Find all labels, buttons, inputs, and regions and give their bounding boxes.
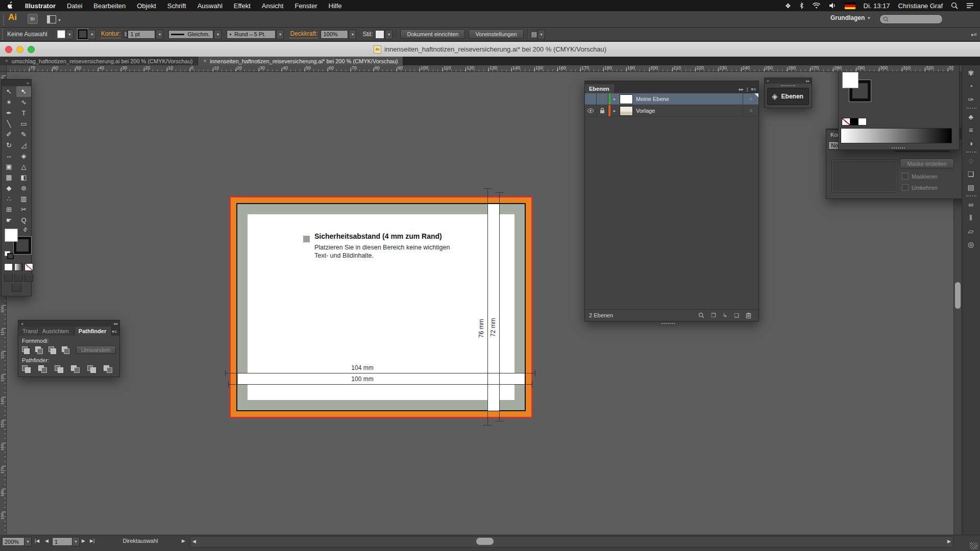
panel-drag-grip[interactable] xyxy=(662,323,675,324)
style-swatch[interactable] xyxy=(375,30,384,39)
opacity-slider-track[interactable] xyxy=(895,151,950,152)
layer-name[interactable]: Vorlage xyxy=(636,108,655,114)
stroke-weight-label[interactable]: Kontur: xyxy=(101,30,121,38)
tab-pathfinder[interactable]: Pathfinder xyxy=(75,327,112,336)
preferences-button[interactable]: Voreinstellungen xyxy=(469,30,523,39)
direct-selection-tool[interactable]: ↖ xyxy=(16,86,31,97)
tab-transformieren[interactable]: Transformie xyxy=(18,327,38,336)
tab-ebenen[interactable]: Ebenen xyxy=(585,84,615,93)
symbol-align-icon[interactable]: ▤ xyxy=(531,31,537,38)
first-artboard-button[interactable]: |◀ xyxy=(35,538,39,543)
layer-name[interactable]: Meine Ebene xyxy=(636,96,669,102)
slice-tool[interactable]: ✂ xyxy=(16,204,31,215)
window-resize-grip[interactable] xyxy=(970,542,978,549)
menu-bar-clock[interactable]: Di. 13:17 xyxy=(864,2,890,10)
last-artboard-button[interactable]: ▶| xyxy=(90,538,94,543)
lock-toggle[interactable] xyxy=(597,105,608,116)
symbol-align-dropdown[interactable]: ▾ xyxy=(537,30,545,39)
menu-effekt[interactable]: Effekt xyxy=(228,2,256,10)
collapse-panel-icon[interactable]: ◂◂ xyxy=(113,321,119,326)
stroke-weight-value[interactable]: 1 pt xyxy=(128,30,155,39)
intersect-icon[interactable] xyxy=(48,346,56,354)
layer-row-vorlage[interactable]: ▸ Vorlage ○ xyxy=(585,105,758,117)
symbol-sprayer-tool[interactable]: ∴ xyxy=(2,193,16,204)
clip-checkbox-row[interactable]: Maskieren xyxy=(902,173,938,180)
artboards-panel-icon[interactable]: ▱ xyxy=(962,224,979,238)
line-tool[interactable]: ╲ xyxy=(2,118,16,129)
graphic-styles-panel-icon[interactable]: ❏ xyxy=(962,167,979,181)
panel-drag-grip[interactable] xyxy=(892,147,905,148)
make-mask-button[interactable]: Maske erstellen xyxy=(900,159,954,168)
document-tab-active[interactable]: × innenseiten_haftnotizen_reiseversicher… xyxy=(198,57,403,65)
dropbox-icon[interactable]: ❖ xyxy=(785,2,791,10)
menu-datei[interactable]: Datei xyxy=(61,2,88,10)
draw-inside-button[interactable] xyxy=(24,274,33,282)
checkbox-icon[interactable] xyxy=(902,173,909,180)
tab-ausrichten[interactable]: Ausrichten xyxy=(38,327,75,336)
stroke-weight-dropdown[interactable]: ▾ xyxy=(156,30,163,39)
collapse-panel-icon[interactable]: ▸▸ xyxy=(739,87,744,92)
color-mode-button[interactable] xyxy=(4,263,13,271)
close-tab-icon[interactable]: × xyxy=(5,58,8,64)
scroll-right-arrow[interactable]: ▶ xyxy=(947,539,951,544)
fill-proxy[interactable] xyxy=(842,72,859,88)
close-panel-icon[interactable]: × xyxy=(765,79,769,83)
none-mode-button[interactable] xyxy=(24,263,33,271)
vertical-scrollbar-thumb[interactable] xyxy=(955,282,961,309)
toolbar-fill-swatch[interactable] xyxy=(5,229,18,242)
controlbar-panel-icon[interactable]: ▸≡ xyxy=(971,32,980,37)
wifi-icon[interactable] xyxy=(812,3,821,9)
style-dropdown[interactable]: ▾ xyxy=(385,30,393,39)
draw-behind-button[interactable] xyxy=(14,274,23,282)
width-profile-select[interactable]: Gleichm. xyxy=(168,30,213,39)
transparency-panel-icon[interactable]: ◑ xyxy=(962,137,979,150)
dock-group-grip[interactable] xyxy=(966,195,976,196)
dock-group-grip[interactable] xyxy=(966,152,976,153)
eyedropper-tool[interactable]: ◆ xyxy=(2,183,16,193)
menu-bar-user[interactable]: Christiane Graf xyxy=(898,2,943,10)
magic-wand-tool[interactable]: ✶ xyxy=(2,97,16,108)
panel-menu-icon[interactable]: ▾≡ xyxy=(112,329,117,334)
artboard-number-field[interactable]: 1 xyxy=(52,537,75,546)
brush-select[interactable]: • Rund – 5 Pt. xyxy=(227,30,276,39)
paintbrush-tool[interactable]: ✐ xyxy=(2,129,16,140)
swap-fill-stroke-icon[interactable]: ⇄ xyxy=(21,226,29,233)
zoom-tool[interactable]: Q xyxy=(16,215,31,226)
search-field[interactable] xyxy=(879,14,943,24)
bluetooth-icon[interactable] xyxy=(799,2,804,9)
ruler-origin-corner[interactable] xyxy=(0,65,7,72)
panel-menu-icon[interactable]: ▾≡ xyxy=(751,87,756,92)
draw-normal-button[interactable] xyxy=(4,274,13,282)
search-input[interactable] xyxy=(891,16,934,23)
stroke-panel-icon[interactable]: ≡ xyxy=(962,123,979,137)
opacity-dropdown[interactable]: ▾ xyxy=(349,30,356,39)
minus-back-icon[interactable] xyxy=(104,365,112,373)
stroke-dropdown[interactable]: ▾ xyxy=(88,30,96,39)
rotate-tool[interactable]: ↻ xyxy=(2,140,16,151)
layer-row-meine-ebene[interactable]: ▸ Meine Ebene ○ xyxy=(585,93,758,105)
menu-ansicht[interactable]: Ansicht xyxy=(256,2,289,10)
color-panel-icon[interactable]: ✾ xyxy=(962,66,979,80)
spotlight-icon[interactable] xyxy=(951,2,958,9)
expand-layer-icon[interactable]: ▸ xyxy=(610,96,619,102)
align-panel-icon[interactable]: ‖ xyxy=(962,211,979,224)
controlbar-grip[interactable] xyxy=(0,29,5,40)
none-swatch[interactable] xyxy=(842,118,850,126)
k-spectrum-ramp[interactable] xyxy=(841,128,952,143)
pen-tool[interactable]: ✒ xyxy=(2,108,16,118)
window-title-bar[interactable]: Ai innenseiten_haftnotizen_reiseversiche… xyxy=(0,41,980,57)
clipping-mask-icon[interactable]: ❐ xyxy=(711,312,716,319)
menu-objekt[interactable]: Objekt xyxy=(131,2,162,10)
lasso-tool[interactable]: ∿ xyxy=(16,97,31,108)
close-panel-icon[interactable]: × xyxy=(18,321,23,327)
perspective-grid-tool[interactable]: △ xyxy=(16,161,31,172)
zoom-level-field[interactable]: 200% xyxy=(2,537,26,546)
rectangle-tool[interactable]: ▭ xyxy=(16,118,31,129)
white-swatch[interactable] xyxy=(859,118,867,126)
artboard-tool[interactable]: ⊞ xyxy=(2,204,16,215)
outline-icon[interactable] xyxy=(87,365,96,373)
layer-target-icon[interactable]: ○ xyxy=(743,105,758,116)
pencil-tool[interactable]: ✎ xyxy=(16,129,31,140)
crop-icon[interactable] xyxy=(71,365,80,373)
column-graph-tool[interactable]: ▥ xyxy=(16,193,31,204)
